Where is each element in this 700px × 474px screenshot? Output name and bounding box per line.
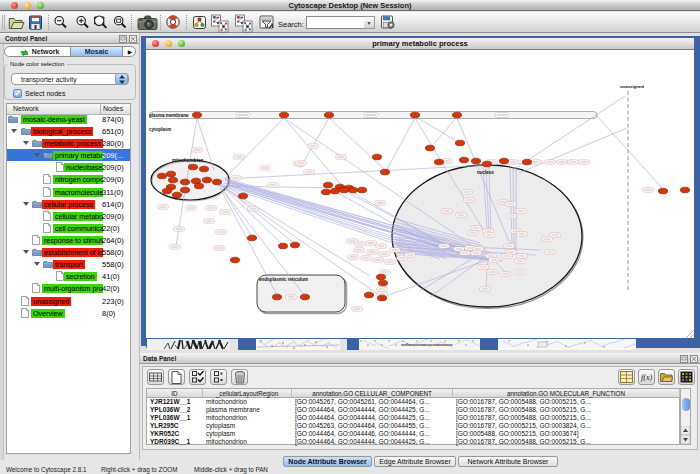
svg-text:cytoplasm: cytoplasm — [149, 127, 171, 132]
svg-text:unassigned: unassigned — [620, 84, 644, 89]
svg-text:f(x): f(x) — [641, 373, 652, 382]
svg-text:endoplasmic reticulum: endoplasmic reticulum — [259, 277, 308, 282]
svg-text:plasma membrane: plasma membrane — [149, 113, 189, 118]
svg-text:nucleus: nucleus — [477, 170, 495, 175]
svg-text:mitochondrion: mitochondrion — [172, 158, 204, 163]
